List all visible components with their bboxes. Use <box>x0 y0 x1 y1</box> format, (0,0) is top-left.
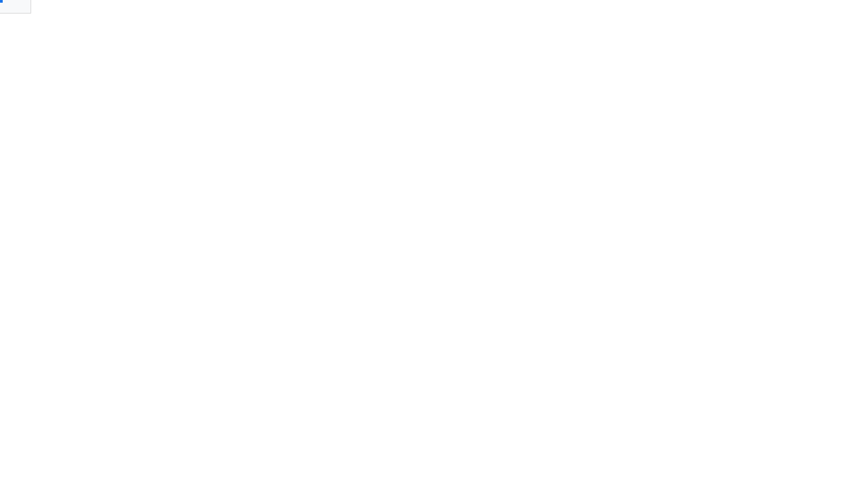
row-headers <box>0 14 31 488</box>
spreadsheet <box>0 0 868 488</box>
column-headers <box>31 0 868 14</box>
select-all-corner[interactable] <box>0 0 31 14</box>
cell-grid[interactable] <box>31 14 868 488</box>
